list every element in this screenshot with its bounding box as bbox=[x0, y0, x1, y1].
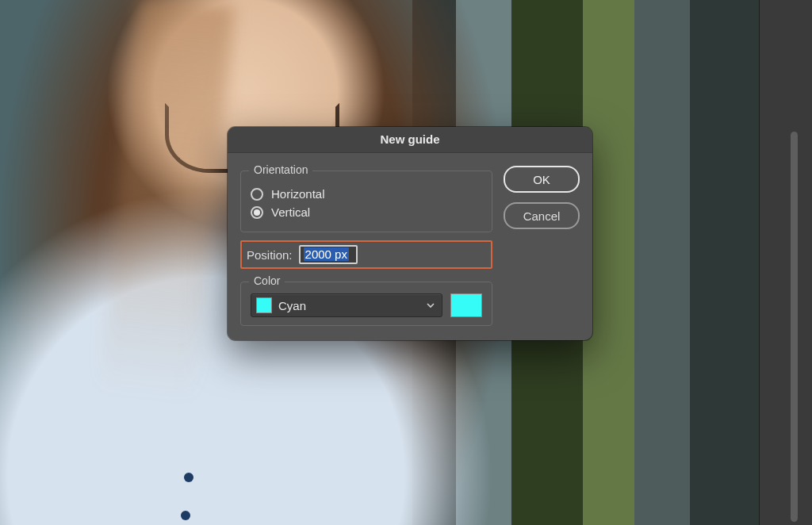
ok-button[interactable]: OK bbox=[504, 166, 580, 193]
chevron-down-icon bbox=[426, 301, 435, 310]
position-label: Position: bbox=[247, 248, 293, 262]
orientation-group: Orientation Horizontal Vertical bbox=[240, 171, 492, 232]
dialog-title: New guide bbox=[228, 127, 592, 153]
radio-checked-icon bbox=[251, 206, 263, 219]
cancel-button[interactable]: Cancel bbox=[504, 202, 580, 229]
position-input[interactable]: 2000 px bbox=[299, 245, 358, 264]
color-swatch-small bbox=[256, 297, 272, 313]
color-swatch-large[interactable] bbox=[450, 293, 482, 317]
color-select-value: Cyan bbox=[278, 299, 306, 312]
orientation-label: Orientation bbox=[249, 163, 312, 176]
vertical-scrollbar[interactable] bbox=[788, 0, 798, 525]
orientation-vertical-label: Vertical bbox=[271, 205, 310, 219]
ok-button-label: OK bbox=[533, 173, 550, 186]
position-value: 2000 px bbox=[304, 247, 349, 261]
right-gutter bbox=[759, 0, 812, 525]
color-select[interactable]: Cyan bbox=[251, 293, 442, 317]
photo-detail bbox=[184, 473, 193, 482]
position-row-highlight: Position: 2000 px bbox=[240, 240, 492, 269]
orientation-horizontal-label: Horizontal bbox=[271, 187, 325, 201]
vertical-scrollbar-thumb[interactable] bbox=[791, 132, 798, 522]
color-group: Color Cyan bbox=[240, 282, 492, 326]
orientation-vertical-option[interactable]: Vertical bbox=[251, 205, 482, 219]
cancel-button-label: Cancel bbox=[523, 209, 561, 223]
radio-icon bbox=[251, 188, 263, 201]
new-guide-dialog: New guide Orientation Horizontal Vertica… bbox=[228, 127, 592, 340]
color-group-label: Color bbox=[249, 274, 285, 287]
orientation-horizontal-option[interactable]: Horizontal bbox=[251, 187, 482, 201]
